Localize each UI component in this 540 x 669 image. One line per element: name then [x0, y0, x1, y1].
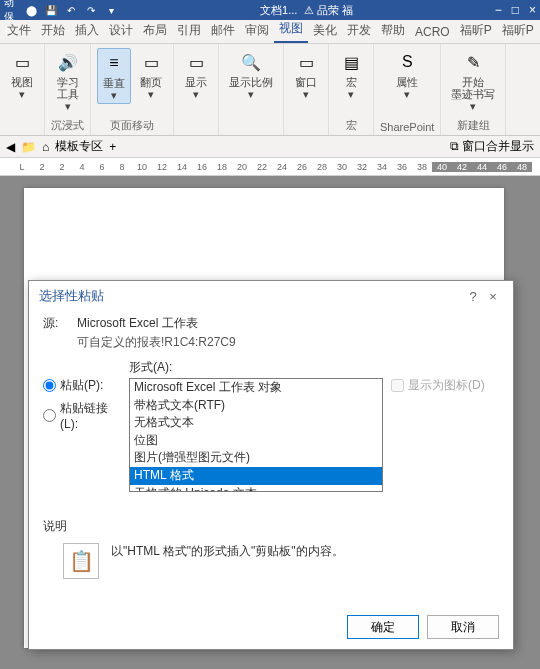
ribbon-group: ≡垂直▾▭翻页▾页面移动	[91, 44, 174, 135]
tab-文件[interactable]: 文件	[2, 18, 36, 43]
ruler-mark: 34	[372, 162, 392, 172]
tab-福昕P[interactable]: 福昕P	[455, 18, 497, 43]
show-as-icon-checkbox	[391, 379, 404, 392]
help-icon[interactable]: ?	[463, 289, 483, 304]
ribbon-button[interactable]: ≡垂直▾	[97, 48, 131, 104]
ruler-mark: 18	[212, 162, 232, 172]
quick-access-toolbar: 自动保存 ⬤ 💾 ↶ ↷ ▾	[4, 3, 118, 17]
ok-button[interactable]: 确定	[347, 615, 419, 639]
tab-开发[interactable]: 开发	[342, 18, 376, 43]
tab-开始[interactable]: 开始	[36, 18, 70, 43]
ribbon-icon: ▭	[139, 50, 163, 74]
ribbon-label: 垂直▾	[103, 77, 125, 101]
paste-radio-input[interactable]	[43, 379, 56, 392]
format-option[interactable]: 位图	[130, 432, 382, 450]
ribbon-label: 属性▾	[396, 76, 418, 100]
ribbon-button[interactable]: ▭翻页▾	[135, 48, 167, 104]
ribbon-button[interactable]: S属性▾	[391, 48, 423, 102]
ribbon-icon: ▭	[10, 50, 34, 74]
cancel-button[interactable]: 取消	[427, 615, 499, 639]
format-option[interactable]: HTML 格式	[130, 467, 382, 485]
paste-link-radio[interactable]: 粘贴链接(L):	[43, 400, 121, 431]
paste-link-radio-input[interactable]	[43, 409, 56, 422]
ribbon-label: 宏▾	[346, 76, 357, 100]
ruler-mark: 44	[472, 162, 492, 172]
ribbon-group: ✎开始墨迹书写▾新建组	[441, 44, 506, 135]
ribbon-icon: ▭	[184, 50, 208, 74]
ribbon-icon: ≡	[102, 51, 126, 75]
ribbon-label: 开始墨迹书写▾	[451, 76, 495, 112]
tab-布局[interactable]: 布局	[138, 18, 172, 43]
tab-福昕P[interactable]: 福昕P	[497, 18, 539, 43]
source-range: 可自定义的报表!R1C4:R27C9	[77, 334, 499, 351]
ribbon-icon: ▤	[339, 50, 363, 74]
format-listbox[interactable]: Microsoft Excel 工作表 对象带格式文本(RTF)无格式文本位图图…	[129, 378, 383, 492]
ribbon-button[interactable]: 🔍显示比例▾	[225, 48, 277, 102]
horizontal-ruler: L224681012141618202224262830323436384042…	[0, 158, 540, 176]
tab-引用[interactable]: 引用	[172, 18, 206, 43]
ruler-mark: 4	[72, 162, 92, 172]
minimize-icon[interactable]: −	[495, 3, 502, 17]
ribbon-group: ▭窗口▾	[284, 44, 329, 135]
ruler-mark: 30	[332, 162, 352, 172]
group-label: 沉浸式	[51, 118, 84, 133]
ribbon-label: 视图▾	[11, 76, 33, 100]
tab-插入[interactable]: 插入	[70, 18, 104, 43]
tab-美化[interactable]: 美化	[308, 18, 342, 43]
tab-设计[interactable]: 设计	[104, 18, 138, 43]
tab-帮助[interactable]: 帮助	[376, 18, 410, 43]
tab-邮件[interactable]: 邮件	[206, 18, 240, 43]
ribbon-group: S属性▾SharePoint	[374, 44, 441, 135]
ruler-mark: 46	[492, 162, 512, 172]
ruler-mark: 32	[352, 162, 372, 172]
undo-icon[interactable]: ↶	[64, 3, 78, 17]
format-option[interactable]: Microsoft Excel 工作表 对象	[130, 379, 382, 397]
ribbon: ▭视图▾🔊学习工具▾沉浸式≡垂直▾▭翻页▾页面移动▭显示▾🔍显示比例▾▭窗口▾▤…	[0, 44, 540, 136]
close-icon[interactable]: ×	[529, 3, 536, 17]
ribbon-icon: ✎	[461, 50, 485, 74]
add-tab-icon[interactable]: +	[109, 140, 116, 154]
back-icon[interactable]: ◀	[6, 140, 15, 154]
ribbon-button[interactable]: 🔊学习工具▾	[52, 48, 84, 114]
dialog-close-icon[interactable]: ×	[483, 289, 503, 304]
ruler-mark: 40	[432, 162, 452, 172]
format-option[interactable]: 图片(增强型图元文件)	[130, 449, 382, 467]
ribbon-button[interactable]: ✎开始墨迹书写▾	[447, 48, 499, 114]
group-label: 宏	[346, 118, 357, 133]
ribbon-button[interactable]: ▤宏▾	[335, 48, 367, 102]
sub-toolbar: ◀ 📁 ⌂ 模板专区 + ⧉ 窗口合并显示	[0, 136, 540, 158]
format-option[interactable]: 无格式的 Unicode 文本	[130, 485, 382, 492]
ribbon-icon: 🔍	[239, 50, 263, 74]
ribbon-label: 显示▾	[185, 76, 207, 100]
template-tab[interactable]: 模板专区	[55, 138, 103, 155]
maximize-icon[interactable]: □	[512, 3, 519, 17]
format-option[interactable]: 带格式文本(RTF)	[130, 397, 382, 415]
ribbon-button[interactable]: ▭显示▾	[180, 48, 212, 102]
format-option[interactable]: 无格式文本	[130, 414, 382, 432]
paste-radio[interactable]: 粘贴(P):	[43, 377, 121, 394]
tab-审阅[interactable]: 审阅	[240, 18, 274, 43]
window-merge-label[interactable]: ⧉ 窗口合并显示	[450, 138, 534, 155]
ruler-mark: 24	[272, 162, 292, 172]
ribbon-button[interactable]: ▭视图▾	[6, 48, 38, 102]
ruler-mark: 48	[512, 162, 532, 172]
source-label: 源:	[43, 315, 69, 332]
redo-icon[interactable]: ↷	[84, 3, 98, 17]
folder-icon[interactable]: 📁	[21, 140, 36, 154]
autosave-toggle[interactable]: 自动保存	[4, 3, 18, 17]
save-icon[interactable]: 💾	[44, 3, 58, 17]
dialog-title: 选择性粘贴	[39, 287, 104, 305]
home-icon[interactable]: ⌂	[42, 140, 49, 154]
ribbon-label: 窗口▾	[295, 76, 317, 100]
autosave-switch-icon[interactable]: ⬤	[24, 3, 38, 17]
tab-视图[interactable]: 视图	[274, 16, 308, 43]
tab-ACRO[interactable]: ACRO	[410, 21, 455, 43]
description-text: 以"HTML 格式"的形式插入"剪贴板"的内容。	[111, 543, 344, 560]
show-as-icon-label: 显示为图标(D)	[408, 377, 485, 394]
ribbon-group: 🔊学习工具▾沉浸式	[45, 44, 91, 135]
ruler-mark: 8	[112, 162, 132, 172]
source-value: Microsoft Excel 工作表	[77, 315, 198, 332]
ribbon-group: ▤宏▾宏	[329, 44, 374, 135]
ribbon-button[interactable]: ▭窗口▾	[290, 48, 322, 102]
more-icon[interactable]: ▾	[104, 3, 118, 17]
